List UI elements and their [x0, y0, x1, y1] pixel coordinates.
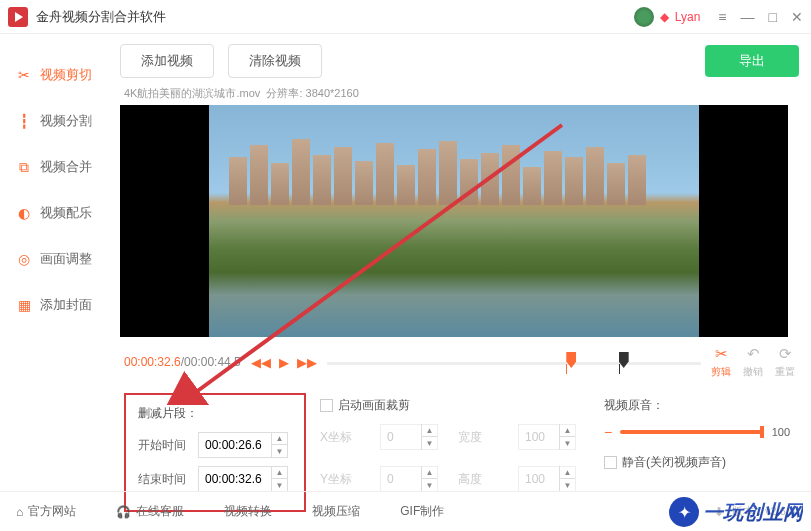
forward-button[interactable]: ▶▶	[297, 355, 317, 370]
sidebar-item-cut[interactable]: ✂ 视频剪切	[0, 52, 120, 98]
sidebar-label: 画面调整	[40, 250, 92, 268]
vip-icon: ◆	[660, 10, 669, 24]
enable-crop-checkbox[interactable]	[320, 399, 333, 412]
cut-panel-title: 删减片段：	[138, 405, 292, 422]
support-icon: 🎧	[116, 505, 131, 519]
music-icon: ◐	[16, 205, 32, 221]
sidebar-item-adjust[interactable]: ◎ 画面调整	[0, 236, 120, 282]
stepper-down[interactable]: ▼	[272, 445, 287, 458]
undo-action[interactable]: ↶撤销	[743, 345, 763, 379]
end-time-stepper[interactable]: ▲▼	[198, 466, 288, 492]
download-icon[interactable]: ⬇	[714, 505, 724, 519]
footer-gif[interactable]: GIF制作	[400, 503, 444, 520]
sidebar-label: 视频剪切	[40, 66, 92, 84]
audio-panel: 视频原音： − 100 静音(关闭视频声音)	[604, 393, 790, 481]
cut-icon: ✂	[715, 345, 728, 363]
undo-icon: ↶	[747, 345, 760, 363]
audio-title: 视频原音：	[604, 397, 790, 414]
mute-label: 静音(关闭视频声音)	[622, 454, 726, 471]
split-icon: ┇	[16, 113, 32, 129]
x-label: X坐标	[320, 429, 372, 446]
sidebar-item-cover[interactable]: ▦ 添加封面	[0, 282, 120, 328]
close-button[interactable]: ✕	[791, 9, 803, 25]
sidebar-label: 添加封面	[40, 296, 92, 314]
minimize-button[interactable]: —	[741, 9, 755, 25]
scissors-icon: ✂	[16, 67, 32, 83]
start-time-input[interactable]	[199, 438, 271, 452]
merge-icon: ⧉	[16, 159, 32, 175]
w-input	[519, 430, 559, 444]
end-time-label: 结束时间	[138, 471, 190, 488]
reset-icon: ⟳	[779, 345, 792, 363]
cut-action[interactable]: ✂剪辑	[711, 345, 731, 379]
footer-convert[interactable]: 视频转换	[224, 503, 272, 520]
stepper-up[interactable]: ▲	[272, 432, 287, 445]
y-input	[381, 472, 421, 486]
play-button[interactable]: ▶	[279, 355, 289, 370]
sidebar-label: 视频分割	[40, 112, 92, 130]
x-input	[381, 430, 421, 444]
end-time-input[interactable]	[199, 472, 271, 486]
file-info: 4K航拍美丽的湖滨城市.mov 分辨率: 3840*2160	[120, 86, 799, 101]
app-title: 金舟视频分割合并软件	[36, 8, 634, 26]
stepper-up[interactable]: ▲	[272, 466, 287, 479]
mute-checkbox[interactable]	[604, 456, 617, 469]
start-time-label: 开始时间	[138, 437, 190, 454]
cover-icon: ▦	[16, 297, 32, 313]
maximize-button[interactable]: □	[769, 9, 777, 25]
y-label: Y坐标	[320, 471, 372, 488]
footer-support[interactable]: 🎧在线客服	[116, 503, 184, 520]
rewind-button[interactable]: ◀◀	[251, 355, 271, 370]
adjust-icon: ◎	[16, 251, 32, 267]
reset-action[interactable]: ⟳重置	[775, 345, 795, 379]
h-label: 高度	[458, 471, 510, 488]
app-logo	[8, 7, 28, 27]
timeline-start-marker[interactable]	[566, 352, 576, 368]
sidebar-label: 视频合并	[40, 158, 92, 176]
crop-panel: 启动画面裁剪 X坐标 ▲▼ Y坐标 ▲▼	[320, 393, 590, 500]
home-icon: ⌂	[16, 505, 23, 519]
minus-icon[interactable]: −	[604, 424, 612, 440]
timeline-end-marker[interactable]	[619, 352, 629, 368]
footer-site[interactable]: ⌂官方网站	[16, 503, 76, 520]
sidebar-item-merge[interactable]: ⧉ 视频合并	[0, 144, 120, 190]
footer-compress[interactable]: 视频压缩	[312, 503, 360, 520]
sidebar-item-split[interactable]: ┇ 视频分割	[0, 98, 120, 144]
start-time-stepper[interactable]: ▲▼	[198, 432, 288, 458]
w-label: 宽度	[458, 429, 510, 446]
timecode: 00:00:32.6/00:00:44.5	[124, 355, 241, 369]
h-input	[519, 472, 559, 486]
timeline[interactable]	[327, 348, 701, 376]
menu-button[interactable]: ≡	[718, 9, 726, 25]
sidebar-label: 视频配乐	[40, 204, 92, 222]
version-label: 版本：v2.6.8	[732, 504, 795, 519]
add-video-button[interactable]: 添加视频	[120, 44, 214, 78]
sidebar-item-music[interactable]: ◐ 视频配乐	[0, 190, 120, 236]
enable-crop-label: 启动画面裁剪	[338, 397, 410, 414]
sidebar: ✂ 视频剪切 ┇ 视频分割 ⧉ 视频合并 ◐ 视频配乐 ◎ 画面调整 ▦ 添加封…	[0, 34, 120, 484]
video-preview[interactable]	[120, 105, 788, 337]
username[interactable]: Lyan	[675, 10, 701, 24]
volume-value: 100	[772, 426, 790, 438]
volume-slider[interactable]	[620, 430, 763, 434]
export-button[interactable]: 导出	[705, 45, 799, 77]
clear-video-button[interactable]: 清除视频	[228, 44, 322, 78]
avatar[interactable]	[634, 7, 654, 27]
footer: ⌂官方网站 🎧在线客服 视频转换 视频压缩 GIF制作 ⬇ 版本：v2.6.8	[0, 491, 811, 531]
